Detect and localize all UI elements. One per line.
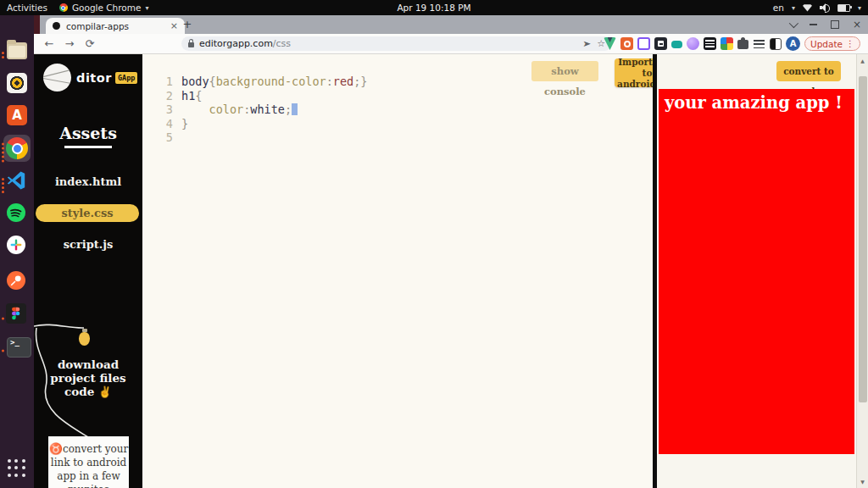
scrollbar-thumb[interactable] (859, 76, 867, 402)
tab-search-chevron-icon[interactable] (789, 19, 798, 28)
chrome-icon (6, 137, 28, 159)
line-number: 2 (142, 89, 181, 103)
chevron-down-icon: ▾ (792, 4, 795, 12)
running-dots (2, 318, 4, 320)
dock: A>_ (0, 15, 34, 488)
teal-pill-extension-icon[interactable] (671, 41, 682, 48)
code-line-4: 4} (142, 117, 653, 131)
lock-icon[interactable] (188, 42, 194, 47)
new-tab-button[interactable]: + (180, 17, 195, 32)
line-number: 4 (142, 117, 181, 131)
browser-toolbar: ← → ⟳ editorgapp.com/css ➤ ☆ A Update ⋮ (34, 34, 868, 54)
orange-ring-extension-icon[interactable] (620, 37, 633, 50)
extensions-row: A Update ⋮ (604, 34, 866, 53)
app-menu[interactable]: Google Chrome ▾ (59, 3, 149, 13)
close-button[interactable]: × (853, 19, 861, 30)
browser-window: compilar-apps × + × ← → ⟳ editorgapp.com… (34, 15, 868, 488)
line-number: 3 (142, 103, 181, 117)
window-corner (34, 15, 40, 34)
chevron-down-icon: ▾ (145, 4, 148, 12)
brand-globe-icon (43, 64, 71, 92)
tab-close-icon[interactable]: × (170, 21, 178, 30)
wifi-icon[interactable] (803, 4, 812, 12)
restore-button[interactable] (831, 20, 839, 29)
update-button[interactable]: Update ⋮ (804, 36, 860, 51)
app-sidebar: ditor GApp Assets index.htmlstyle.cssscr… (34, 54, 142, 488)
spotify-icon (6, 202, 28, 225)
dock-item-rhythmbox[interactable] (0, 72, 34, 103)
battery-icon[interactable] (837, 4, 850, 12)
terminal-icon: >_ (6, 336, 28, 358)
scroll-down-icon[interactable]: ▼ (857, 479, 868, 485)
chrome-icon (59, 3, 68, 12)
scroll-up-icon[interactable]: ▲ (857, 58, 868, 64)
brand-logo[interactable]: ditor GApp (43, 64, 137, 92)
running-dots (2, 52, 4, 58)
browser-tab[interactable]: compilar-apps × (46, 18, 185, 34)
download-note[interactable]: downloadproject filescode ✌ (34, 358, 142, 399)
file-item-style.css[interactable]: style.css (36, 204, 139, 222)
show-console-button[interactable]: show console (531, 61, 598, 81)
half-dark-extension-icon[interactable] (770, 38, 782, 50)
convert-note-box[interactable]: ♉convert yourlink to androidapp in a few… (48, 436, 129, 488)
convert-to-apk-button[interactable]: convert to apk (776, 61, 841, 81)
menu-dots-icon: ⋮ (846, 39, 854, 48)
vue-extension-icon[interactable] (604, 37, 616, 50)
slack-icon (6, 235, 28, 257)
purple-blob-extension-icon[interactable] (687, 37, 699, 50)
dock-item-chrome[interactable] (0, 137, 34, 168)
files-icon (6, 40, 28, 62)
reload-button[interactable]: ⟳ (81, 34, 98, 53)
text-cursor (292, 103, 298, 115)
brand-name: ditor (76, 71, 112, 85)
code-line-3: 3 color:white; (142, 103, 653, 117)
rhythmbox-icon (6, 72, 28, 94)
preview-app-frame: your amazing app ! (659, 89, 854, 454)
purple-outline-extension-icon[interactable] (637, 37, 650, 50)
preview-heading: your amazing app ! (659, 89, 854, 113)
web-page: ditor GApp Assets index.htmlstyle.cssscr… (34, 54, 868, 488)
reading-list-extension-icon[interactable] (753, 37, 765, 50)
assets-heading: Assets (34, 124, 142, 148)
dock-item-figma[interactable] (0, 303, 34, 334)
activities-button[interactable]: Activities (7, 3, 47, 13)
postman-icon (6, 270, 28, 292)
puzzle-extension-icon[interactable] (737, 40, 748, 49)
chevron-down-icon[interactable]: ▾ (858, 4, 861, 12)
dock-item-spotify[interactable] (0, 202, 34, 233)
file-item-index.html[interactable]: index.html (34, 173, 142, 191)
volume-icon[interactable] (820, 3, 830, 12)
minimize-button[interactable] (810, 24, 817, 25)
keyboard-layout[interactable]: en (773, 3, 784, 13)
software-icon: A (6, 104, 28, 126)
send-to-device-icon[interactable]: ➤ (582, 39, 591, 48)
address-bar[interactable]: editorgapp.com/css ➤ ☆ (181, 36, 612, 51)
code-editor[interactable]: 1body{background-color:red;}2h1{3 color:… (142, 54, 653, 488)
running-dots (2, 143, 4, 163)
forward-button[interactable]: → (61, 34, 78, 53)
taskbar: Activities Google Chrome ▾ Apr 19 10:18 … (0, 0, 868, 15)
file-item-script.js[interactable]: script.js (34, 236, 142, 253)
app-launcher-button[interactable] (8, 459, 26, 478)
dock-item-software[interactable]: A (0, 104, 34, 135)
line-number: 1 (142, 75, 181, 89)
mosaic-extension-icon[interactable] (721, 37, 733, 50)
profile-avatar[interactable]: A (786, 36, 800, 51)
dock-item-vscode[interactable] (0, 170, 34, 201)
running-dots (2, 178, 4, 193)
dock-item-slack[interactable] (0, 235, 34, 265)
running-dots (2, 350, 4, 352)
page-scrollbar[interactable]: ▲ ▼ (856, 54, 868, 488)
back-button[interactable]: ← (41, 34, 58, 53)
brand-badge: GApp (115, 72, 137, 84)
asset-file-list: index.htmlstyle.cssscript.js (34, 173, 142, 267)
dock-item-postman[interactable] (0, 270, 34, 301)
striped-extension-icon[interactable] (704, 37, 716, 50)
dock-item-files[interactable] (0, 40, 34, 70)
line-number: 5 (142, 130, 181, 145)
screen: Activities Google Chrome ▾ Apr 19 10:18 … (0, 0, 868, 488)
dock-item-terminal[interactable]: >_ (0, 336, 34, 366)
dark-dash-extension-icon[interactable] (654, 37, 667, 50)
figma-icon (6, 303, 28, 325)
app-menu-label: Google Chrome (72, 3, 142, 13)
